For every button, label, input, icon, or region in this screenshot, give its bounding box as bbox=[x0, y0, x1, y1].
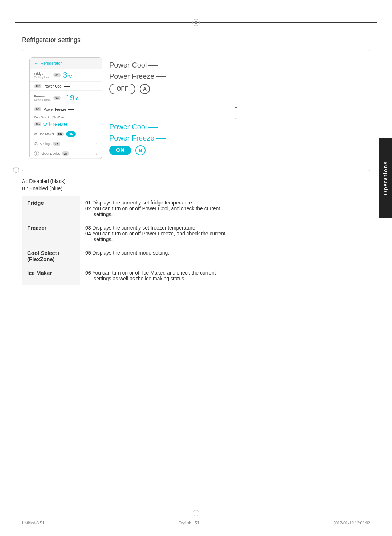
state-b-power-freeze-label: Power Freeze bbox=[109, 134, 166, 142]
row-num-06: 06 bbox=[57, 132, 64, 136]
freezer-table-desc: 03 Displays the currently set freezer te… bbox=[80, 221, 370, 246]
table-row-ice-maker: Ice Maker 06 You can turn on or off Ice … bbox=[22, 266, 370, 285]
table-row-cool-select: Cool Select+(FlexZone) 05 Displays the c… bbox=[22, 246, 370, 266]
row-num-03: 03 bbox=[53, 96, 61, 100]
settings-icon: ⚙ bbox=[34, 141, 38, 146]
footer-page-num: English 51 bbox=[178, 521, 199, 525]
cool-select-label: Cool Select+ (FlexZone) bbox=[34, 115, 65, 119]
freezer-sublabel: Setting temp. bbox=[34, 98, 51, 101]
ice-maker-table-desc: 06 You can turn on or off Ice Maker, and… bbox=[80, 266, 370, 285]
state-b-power-freeze-item: Power Freeze bbox=[109, 134, 363, 142]
phone-row-settings: ⚙ Settings 07 › bbox=[30, 139, 102, 149]
legend-b: B : Enabled (blue) bbox=[22, 186, 370, 191]
freezer-temp-value: -19°C bbox=[63, 93, 79, 102]
state-a-badge: A bbox=[140, 84, 150, 94]
ice-maker-table-label: Ice Maker bbox=[22, 266, 80, 285]
gear-icon: ⚙ bbox=[43, 121, 48, 127]
phone-ui-mockup: ← Refrigerator Fridge Setting temp. 01 3… bbox=[29, 57, 102, 159]
row-num-02: 02 bbox=[34, 84, 41, 88]
state-b-badge: B bbox=[135, 145, 146, 155]
desc-num-03: 03 bbox=[85, 225, 92, 231]
freezer-label: Freezer bbox=[34, 94, 51, 98]
page-content: Refrigerator settings ← Refrigerator Fri… bbox=[0, 0, 392, 318]
on-button[interactable]: ON bbox=[109, 146, 131, 155]
footer: Untitled-3 51 English 51 2017-01-12 12:0… bbox=[0, 521, 392, 525]
side-tab-label: Operations bbox=[383, 161, 388, 195]
desc-num-01: 01 bbox=[85, 200, 92, 206]
phone-row-power-cool: 02 Power Cool bbox=[30, 82, 102, 91]
arrow-down-icon: ↓ bbox=[234, 113, 238, 121]
row-num-08: 08 bbox=[62, 151, 69, 156]
state-a-btn-row: OFF A bbox=[109, 84, 363, 94]
phone-row-freezer-temp: Freezer Setting temp. 03 -19°C bbox=[30, 91, 102, 105]
settings-label: Settings bbox=[40, 142, 52, 146]
state-a-power-freeze-label: Power Freeze bbox=[109, 72, 166, 81]
cool-select-table-desc: 05 Displays the current mode setting. bbox=[80, 246, 370, 266]
legend-a: A : Disabled (black) bbox=[22, 178, 370, 184]
fridge-temp-value: 3°C bbox=[63, 71, 72, 79]
footer-left: Untitled-3 51 bbox=[22, 521, 44, 525]
row-num-01: 01 bbox=[53, 73, 61, 77]
state-a-power-cool-label: Power Cool bbox=[109, 61, 158, 69]
row-num-07: 07 bbox=[53, 142, 60, 146]
ice-maker-label: Ice Maker bbox=[40, 132, 54, 136]
info-icon: i bbox=[34, 151, 39, 156]
phone-row-fridge-temp: Fridge Setting temp. 01 3°C bbox=[30, 69, 102, 82]
off-button[interactable]: OFF bbox=[109, 84, 135, 94]
state-b-group: Power Cool Power Freeze ON B bbox=[109, 123, 363, 158]
phone-row-about: i About Device 08 › bbox=[30, 149, 102, 159]
settings-chevron-icon: › bbox=[96, 142, 97, 146]
desc-num-05: 05 bbox=[85, 250, 92, 256]
about-chevron-icon: › bbox=[96, 152, 97, 156]
description-table: Fridge 01 Displays the currently set fri… bbox=[22, 196, 370, 285]
phone-row-ice-maker: ❄ Ice Maker 06 ON bbox=[30, 129, 102, 139]
cool-select-mode: ⚙ Freezer bbox=[43, 121, 69, 127]
state-a-power-freeze-item: Power Freeze bbox=[109, 72, 363, 81]
table-row-fridge: Fridge 01 Displays the currently set fri… bbox=[22, 196, 370, 221]
top-compass-decoration bbox=[192, 19, 200, 26]
phone-row-cool-select: Cool Select+ (FlexZone) 05 ⚙ Freezer bbox=[30, 114, 102, 129]
back-arrow-icon: ← bbox=[34, 61, 38, 66]
fridge-table-label: Fridge bbox=[22, 196, 80, 221]
state-a-power-cool-item: Power Cool bbox=[109, 61, 363, 69]
cool-select-table-label: Cool Select+(FlexZone) bbox=[22, 246, 80, 266]
footer-right: 2017-01-12 12:09:02 bbox=[333, 521, 370, 525]
diagram-box: ← Refrigerator Fridge Setting temp. 01 3… bbox=[22, 50, 370, 171]
ice-maker-toggle[interactable]: ON bbox=[66, 131, 76, 137]
row-num-05: 05 bbox=[34, 122, 41, 126]
state-a-group: Power Cool Power Freeze OFF A bbox=[109, 61, 363, 97]
row-num-04: 04 bbox=[34, 107, 41, 111]
state-transition-arrow: ↑ ↓ bbox=[109, 104, 363, 121]
operations-side-tab: Operations bbox=[379, 138, 392, 218]
arrow-up-icon: ↑ bbox=[234, 104, 238, 113]
desc-num-06: 06 bbox=[85, 270, 92, 276]
left-circle-decoration bbox=[13, 167, 19, 173]
section-heading: Refrigerator settings bbox=[22, 36, 370, 44]
fridge-table-desc: 01 Displays the currently set fridge tem… bbox=[80, 196, 370, 221]
table-row-freezer: Freezer 03 Displays the currently set fr… bbox=[22, 221, 370, 246]
ice-maker-icon: ❄ bbox=[34, 131, 38, 137]
desc-num-04: 04 bbox=[85, 231, 92, 236]
freezer-table-label: Freezer bbox=[22, 221, 80, 246]
phone-header: ← Refrigerator bbox=[30, 58, 102, 69]
fridge-sublabel: Setting temp. bbox=[34, 76, 51, 79]
phone-row-power-freeze: 04 Power Freeze bbox=[30, 105, 102, 114]
state-b-btn-row: ON B bbox=[109, 145, 363, 155]
state-b-power-cool-label: Power Cool bbox=[109, 123, 158, 131]
about-label: About Device bbox=[41, 152, 60, 155]
phone-header-title: Refrigerator bbox=[41, 61, 62, 65]
bottom-compass-decoration bbox=[193, 510, 199, 516]
desc-num-02: 02 bbox=[85, 206, 92, 211]
power-freeze-row-label: Power Freeze bbox=[44, 107, 74, 111]
power-cool-row-label: Power Cool bbox=[44, 84, 70, 88]
legend: A : Disabled (black) B : Enabled (blue) bbox=[22, 178, 370, 191]
state-b-power-cool-item: Power Cool bbox=[109, 123, 363, 131]
right-annotation-panel: Power Cool Power Freeze OFF A ↑ ↓ bbox=[109, 57, 363, 163]
fridge-label: Fridge bbox=[34, 72, 51, 76]
